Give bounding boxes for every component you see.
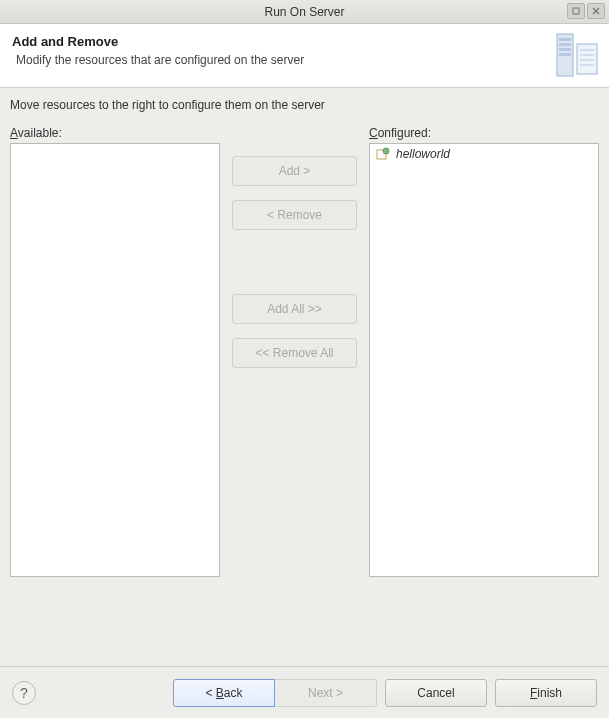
instruction-text: Move resources to the right to configure… bbox=[10, 98, 599, 112]
page-description: Modify the resources that are configured… bbox=[16, 53, 597, 67]
module-icon bbox=[376, 147, 390, 161]
minimize-button[interactable] bbox=[567, 3, 585, 19]
transfer-layout: Available: Add > < Remove Add All >> << … bbox=[10, 126, 599, 577]
square-icon bbox=[572, 7, 580, 15]
nav-button-pair: < Back Next > bbox=[173, 679, 377, 707]
svg-rect-5 bbox=[559, 43, 571, 46]
wizard-header: Add and Remove Modify the resources that… bbox=[0, 24, 609, 88]
cancel-button[interactable]: Cancel bbox=[385, 679, 487, 707]
help-button[interactable]: ? bbox=[12, 681, 36, 705]
available-label: Available: bbox=[10, 126, 220, 140]
add-all-button[interactable]: Add All >> bbox=[232, 294, 357, 324]
next-button[interactable]: Next > bbox=[275, 679, 377, 707]
configured-column: Configured: helloworld bbox=[369, 126, 599, 577]
finish-button[interactable]: Finish bbox=[495, 679, 597, 707]
list-item-label: helloworld bbox=[396, 147, 450, 161]
help-icon: ? bbox=[20, 685, 28, 701]
available-column: Available: bbox=[10, 126, 220, 577]
configured-label: Configured: bbox=[369, 126, 599, 140]
svg-rect-0 bbox=[573, 8, 579, 14]
window-controls bbox=[567, 3, 605, 19]
wizard-body: Move resources to the right to configure… bbox=[0, 88, 609, 583]
available-listbox[interactable] bbox=[10, 143, 220, 577]
configured-listbox[interactable]: helloworld bbox=[369, 143, 599, 577]
remove-all-button[interactable]: << Remove All bbox=[232, 338, 357, 368]
svg-point-14 bbox=[383, 148, 389, 154]
svg-rect-8 bbox=[577, 44, 597, 74]
close-icon bbox=[592, 7, 600, 15]
close-button[interactable] bbox=[587, 3, 605, 19]
page-title: Add and Remove bbox=[12, 34, 597, 49]
svg-rect-6 bbox=[559, 48, 571, 51]
svg-rect-4 bbox=[559, 38, 571, 41]
transfer-buttons: Add > < Remove Add All >> << Remove All bbox=[232, 126, 357, 577]
add-button[interactable]: Add > bbox=[232, 156, 357, 186]
spacer bbox=[232, 244, 357, 280]
remove-button[interactable]: < Remove bbox=[232, 200, 357, 230]
titlebar: Run On Server bbox=[0, 0, 609, 24]
window-title: Run On Server bbox=[264, 5, 344, 19]
list-item[interactable]: helloworld bbox=[370, 144, 598, 164]
server-icon bbox=[551, 30, 601, 83]
back-button[interactable]: < Back bbox=[173, 679, 275, 707]
svg-rect-7 bbox=[559, 53, 571, 56]
wizard-footer: ? < Back Next > Cancel Finish bbox=[0, 666, 609, 718]
